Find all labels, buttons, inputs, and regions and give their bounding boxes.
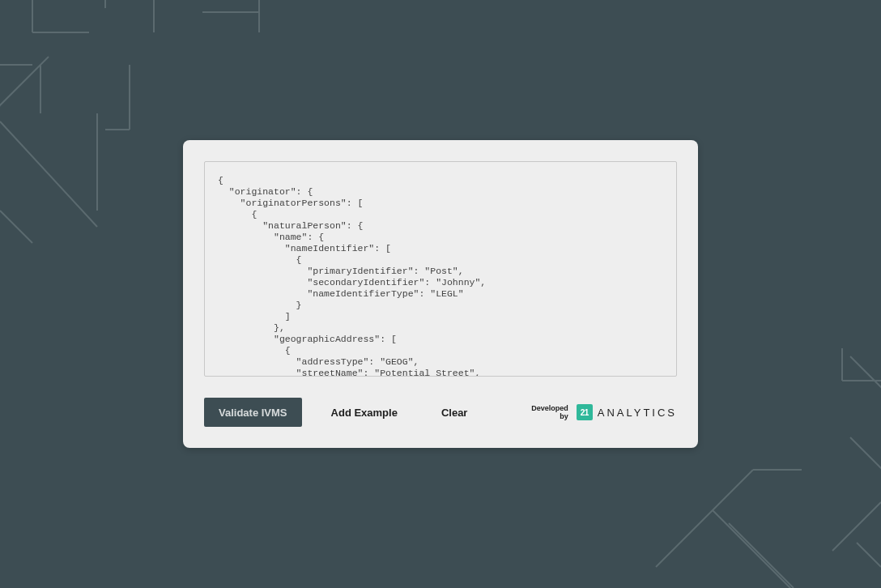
toolbar: Validate IVMS Add Example Clear Develope… bbox=[204, 398, 677, 427]
add-example-button[interactable]: Add Example bbox=[317, 398, 412, 427]
brand-logo-text: ANALYTICS bbox=[598, 407, 677, 419]
json-input[interactable]: { "originator": { "originatorPersons": [… bbox=[204, 161, 677, 377]
developed-by-label: Developed by bbox=[531, 404, 568, 420]
brand-logo: 21 ANALYTICS bbox=[577, 404, 677, 420]
brand-logo-mark-icon: 21 bbox=[577, 404, 593, 420]
validator-panel: { "originator": { "originatorPersons": [… bbox=[183, 140, 698, 448]
validate-button[interactable]: Validate IVMS bbox=[204, 398, 302, 427]
clear-button[interactable]: Clear bbox=[427, 398, 483, 427]
